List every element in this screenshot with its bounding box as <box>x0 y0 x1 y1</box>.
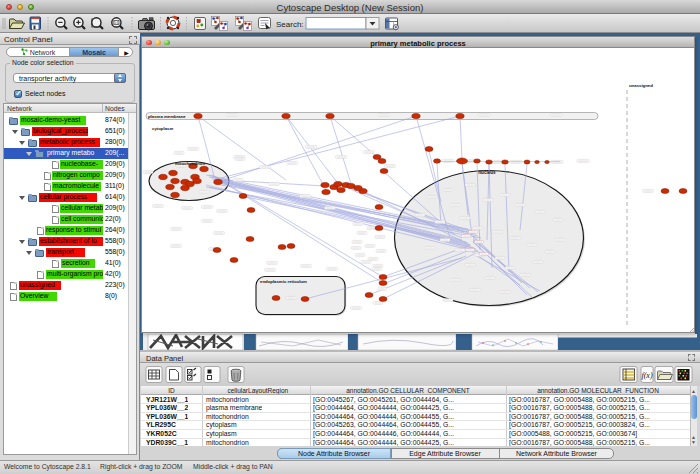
svg-text:mitochondrion: mitochondrion <box>175 161 205 166</box>
svg-text:Search:: Search: <box>276 20 304 29</box>
svg-text:cytoplasm: cytoplasm <box>152 126 173 131</box>
svg-text:nucleus: nucleus <box>478 170 496 175</box>
svg-text:1:1: 1:1 <box>114 21 119 25</box>
svg-text:endoplasmic reticulum: endoplasmic reticulum <box>260 279 307 284</box>
svg-text:unassigned: unassigned <box>629 83 653 88</box>
svg-text:f(x): f(x) <box>641 371 652 380</box>
svg-text:plasma membrane: plasma membrane <box>148 114 186 119</box>
